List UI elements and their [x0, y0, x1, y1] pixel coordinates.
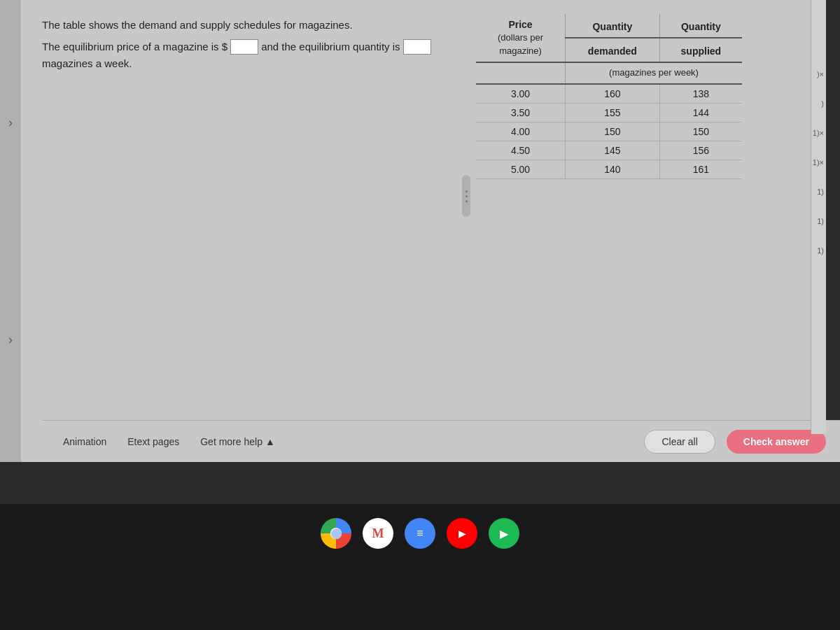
rp-item-4: 1)×: [811, 158, 826, 167]
taskbar-icons: M ≡ ▶ ▶: [321, 518, 519, 549]
qty-demanded-header: Quantity: [566, 14, 660, 38]
price-cell: 3.50: [476, 103, 566, 122]
description-text: The table shows the demand and supply sc…: [42, 18, 448, 34]
demanded-cell: 155: [566, 103, 660, 122]
rp-item-5: 1): [811, 188, 826, 196]
rp-item-1: )×: [811, 70, 826, 78]
rp-item-6: 1): [811, 217, 826, 225]
left-nav: › ›: [0, 0, 21, 462]
price-cell: 5.00: [476, 160, 566, 178]
table-row: 4.50145156: [476, 141, 742, 160]
chrome-icon[interactable]: [321, 518, 351, 549]
bottom-right: Clear all Check answer: [644, 430, 826, 454]
rp-item-3: 1)×: [811, 129, 826, 137]
magazines-per-week: (magazines per week): [566, 62, 742, 84]
table-row: 3.00160138: [476, 84, 742, 104]
divider-dot-1: [465, 190, 468, 192]
demanded-cell: 145: [566, 141, 660, 160]
bottom-bar: Animation Etext pages Get more help ▲ Cl…: [42, 420, 840, 462]
nav-arrow-middle[interactable]: ›: [8, 332, 13, 347]
magazines-line: magazines a week.: [42, 57, 448, 69]
quantity-input[interactable]: [403, 39, 431, 55]
equilibrium-middle: and the equilibrium quantity is: [261, 41, 400, 52]
play-icon[interactable]: ▶: [489, 518, 519, 549]
content-wrapper: The table shows the demand and supply sc…: [21, 0, 826, 462]
demanded-cell: 150: [566, 122, 660, 141]
table-body: 3.001601383.501551444.001501504.50145156…: [476, 84, 742, 179]
get-more-help-label: Get more help: [200, 436, 262, 447]
equilibrium-line: The equilibrium price of a magazine is $…: [42, 39, 448, 55]
bottom-left: Animation Etext pages Get more help ▲: [63, 436, 275, 447]
right-panel-clip: )× ) 1)× 1)× 1) 1) 1): [811, 0, 826, 434]
get-more-help-arrow: ▲: [265, 436, 275, 447]
left-text: The table shows the demand and supply sc…: [42, 14, 448, 179]
qty-supplied-header: Quantity: [659, 14, 742, 38]
supplied-cell: 144: [659, 103, 742, 122]
right-table: Price (dollars per magazine) Quantity Qu…: [476, 14, 805, 179]
docs-icon[interactable]: ≡: [405, 518, 435, 549]
price-cell: 3.00: [476, 84, 566, 104]
supplied-cell: 156: [659, 141, 742, 160]
rp-item-2: ): [811, 99, 826, 108]
youtube-icon[interactable]: ▶: [447, 518, 477, 549]
main-content: › › The table shows the demand and suppl…: [0, 0, 826, 462]
supplied-cell: 161: [659, 160, 742, 178]
table-row: 5.00140161: [476, 160, 742, 178]
equilibrium-prefix: The equilibrium price of a magazine is $: [42, 41, 227, 52]
clear-all-button[interactable]: Clear all: [644, 430, 715, 454]
demanded-cell: 160: [566, 84, 660, 104]
price-cell: 4.50: [476, 141, 566, 160]
demanded-cell: 140: [566, 160, 660, 178]
price-input[interactable]: [230, 39, 258, 55]
qty-demanded-subheader: demanded: [566, 38, 660, 62]
table-sub2-row: (magazines per week): [476, 62, 742, 84]
price-cell: 4.00: [476, 122, 566, 141]
qty-supplied-subheader: supplied: [659, 38, 742, 62]
supplied-cell: 150: [659, 122, 742, 141]
get-more-help[interactable]: Get more help ▲: [200, 436, 275, 447]
table-row: 3.50155144: [476, 103, 742, 122]
nav-arrow-top[interactable]: ›: [8, 115, 13, 130]
divider-dot-3: [465, 200, 468, 202]
etext-link[interactable]: Etext pages: [127, 436, 179, 447]
data-table: Price (dollars per magazine) Quantity Qu…: [476, 14, 742, 179]
gmail-icon[interactable]: M: [363, 518, 393, 549]
table-header-row: Price (dollars per magazine) Quantity Qu…: [476, 14, 742, 38]
top-section: The table shows the demand and supply sc…: [21, 0, 826, 186]
taskbar: M ≡ ▶ ▶: [0, 504, 840, 630]
divider-handle[interactable]: [462, 175, 470, 217]
animation-link[interactable]: Animation: [63, 436, 106, 447]
price-header: Price (dollars per magazine): [476, 14, 566, 62]
divider-dot-2: [465, 195, 468, 197]
supplied-cell: 138: [659, 84, 742, 104]
rp-item-7: 1): [811, 246, 826, 255]
table-row: 4.00150150: [476, 122, 742, 141]
